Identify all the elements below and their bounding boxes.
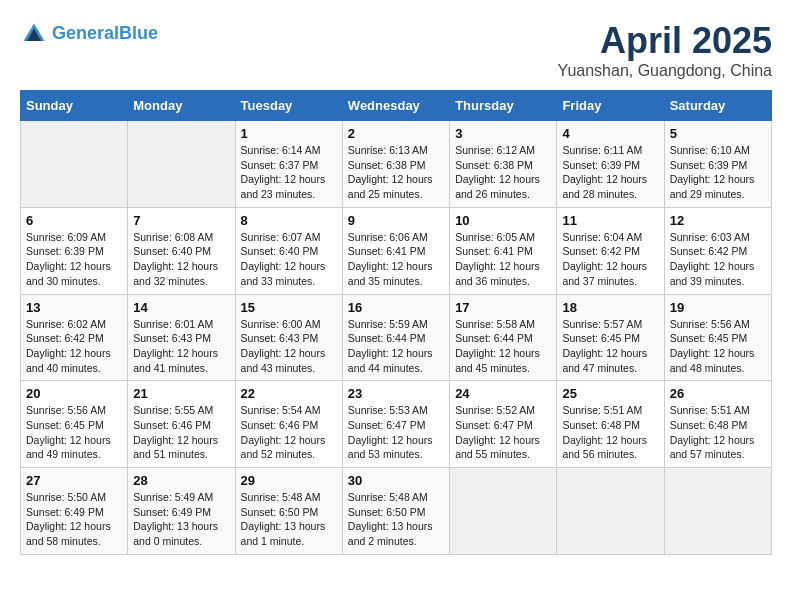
col-header-thursday: Thursday: [450, 91, 557, 121]
calendar-cell: 2Sunrise: 6:13 AMSunset: 6:38 PMDaylight…: [342, 121, 449, 208]
day-info: Sunrise: 5:48 AMSunset: 6:50 PMDaylight:…: [348, 490, 444, 549]
calendar-cell: 8Sunrise: 6:07 AMSunset: 6:40 PMDaylight…: [235, 207, 342, 294]
day-info: Sunrise: 5:50 AMSunset: 6:49 PMDaylight:…: [26, 490, 122, 549]
month-title: April 2025: [558, 20, 772, 62]
day-number: 1: [241, 126, 337, 141]
calendar-cell: 17Sunrise: 5:58 AMSunset: 6:44 PMDayligh…: [450, 294, 557, 381]
day-number: 13: [26, 300, 122, 315]
calendar-cell: [450, 468, 557, 555]
logo-line1: General: [52, 23, 119, 43]
day-number: 22: [241, 386, 337, 401]
day-info: Sunrise: 5:48 AMSunset: 6:50 PMDaylight:…: [241, 490, 337, 549]
day-number: 9: [348, 213, 444, 228]
col-header-saturday: Saturday: [664, 91, 771, 121]
day-info: Sunrise: 6:02 AMSunset: 6:42 PMDaylight:…: [26, 317, 122, 376]
calendar-week-row: 1Sunrise: 6:14 AMSunset: 6:37 PMDaylight…: [21, 121, 772, 208]
day-info: Sunrise: 5:51 AMSunset: 6:48 PMDaylight:…: [670, 403, 766, 462]
day-info: Sunrise: 6:00 AMSunset: 6:43 PMDaylight:…: [241, 317, 337, 376]
day-number: 2: [348, 126, 444, 141]
location-subtitle: Yuanshan, Guangdong, China: [558, 62, 772, 80]
day-info: Sunrise: 5:53 AMSunset: 6:47 PMDaylight:…: [348, 403, 444, 462]
page-header: GeneralBlue April 2025 Yuanshan, Guangdo…: [20, 20, 772, 80]
calendar-cell: 4Sunrise: 6:11 AMSunset: 6:39 PMDaylight…: [557, 121, 664, 208]
calendar-cell: 18Sunrise: 5:57 AMSunset: 6:45 PMDayligh…: [557, 294, 664, 381]
day-number: 24: [455, 386, 551, 401]
day-info: Sunrise: 6:10 AMSunset: 6:39 PMDaylight:…: [670, 143, 766, 202]
day-number: 25: [562, 386, 658, 401]
day-number: 5: [670, 126, 766, 141]
calendar-cell: 16Sunrise: 5:59 AMSunset: 6:44 PMDayligh…: [342, 294, 449, 381]
day-info: Sunrise: 5:59 AMSunset: 6:44 PMDaylight:…: [348, 317, 444, 376]
day-number: 26: [670, 386, 766, 401]
calendar-table: SundayMondayTuesdayWednesdayThursdayFrid…: [20, 90, 772, 555]
calendar-cell: 24Sunrise: 5:52 AMSunset: 6:47 PMDayligh…: [450, 381, 557, 468]
calendar-cell: 10Sunrise: 6:05 AMSunset: 6:41 PMDayligh…: [450, 207, 557, 294]
calendar-cell: 29Sunrise: 5:48 AMSunset: 6:50 PMDayligh…: [235, 468, 342, 555]
day-number: 17: [455, 300, 551, 315]
day-number: 4: [562, 126, 658, 141]
calendar-cell: 20Sunrise: 5:56 AMSunset: 6:45 PMDayligh…: [21, 381, 128, 468]
day-info: Sunrise: 6:14 AMSunset: 6:37 PMDaylight:…: [241, 143, 337, 202]
day-info: Sunrise: 5:52 AMSunset: 6:47 PMDaylight:…: [455, 403, 551, 462]
calendar-cell: 30Sunrise: 5:48 AMSunset: 6:50 PMDayligh…: [342, 468, 449, 555]
col-header-friday: Friday: [557, 91, 664, 121]
calendar-cell: 27Sunrise: 5:50 AMSunset: 6:49 PMDayligh…: [21, 468, 128, 555]
calendar-cell: 23Sunrise: 5:53 AMSunset: 6:47 PMDayligh…: [342, 381, 449, 468]
day-info: Sunrise: 6:07 AMSunset: 6:40 PMDaylight:…: [241, 230, 337, 289]
day-number: 3: [455, 126, 551, 141]
day-number: 8: [241, 213, 337, 228]
col-header-monday: Monday: [128, 91, 235, 121]
day-info: Sunrise: 6:08 AMSunset: 6:40 PMDaylight:…: [133, 230, 229, 289]
day-number: 14: [133, 300, 229, 315]
col-header-wednesday: Wednesday: [342, 91, 449, 121]
day-info: Sunrise: 5:58 AMSunset: 6:44 PMDaylight:…: [455, 317, 551, 376]
day-info: Sunrise: 6:11 AMSunset: 6:39 PMDaylight:…: [562, 143, 658, 202]
day-number: 11: [562, 213, 658, 228]
calendar-week-row: 20Sunrise: 5:56 AMSunset: 6:45 PMDayligh…: [21, 381, 772, 468]
calendar-week-row: 6Sunrise: 6:09 AMSunset: 6:39 PMDaylight…: [21, 207, 772, 294]
calendar-cell: 26Sunrise: 5:51 AMSunset: 6:48 PMDayligh…: [664, 381, 771, 468]
day-number: 30: [348, 473, 444, 488]
logo-text: GeneralBlue: [52, 24, 158, 44]
day-number: 10: [455, 213, 551, 228]
calendar-cell: 15Sunrise: 6:00 AMSunset: 6:43 PMDayligh…: [235, 294, 342, 381]
day-info: Sunrise: 5:57 AMSunset: 6:45 PMDaylight:…: [562, 317, 658, 376]
day-info: Sunrise: 5:49 AMSunset: 6:49 PMDaylight:…: [133, 490, 229, 549]
calendar-cell: 6Sunrise: 6:09 AMSunset: 6:39 PMDaylight…: [21, 207, 128, 294]
calendar-cell: 3Sunrise: 6:12 AMSunset: 6:38 PMDaylight…: [450, 121, 557, 208]
day-info: Sunrise: 5:54 AMSunset: 6:46 PMDaylight:…: [241, 403, 337, 462]
day-info: Sunrise: 5:56 AMSunset: 6:45 PMDaylight:…: [26, 403, 122, 462]
day-number: 15: [241, 300, 337, 315]
calendar-cell: 9Sunrise: 6:06 AMSunset: 6:41 PMDaylight…: [342, 207, 449, 294]
day-info: Sunrise: 5:51 AMSunset: 6:48 PMDaylight:…: [562, 403, 658, 462]
day-info: Sunrise: 6:01 AMSunset: 6:43 PMDaylight:…: [133, 317, 229, 376]
calendar-cell: 1Sunrise: 6:14 AMSunset: 6:37 PMDaylight…: [235, 121, 342, 208]
calendar-cell: [557, 468, 664, 555]
calendar-cell: 7Sunrise: 6:08 AMSunset: 6:40 PMDaylight…: [128, 207, 235, 294]
logo-line2: Blue: [119, 23, 158, 43]
calendar-cell: [664, 468, 771, 555]
day-number: 7: [133, 213, 229, 228]
calendar-cell: 28Sunrise: 5:49 AMSunset: 6:49 PMDayligh…: [128, 468, 235, 555]
calendar-week-row: 27Sunrise: 5:50 AMSunset: 6:49 PMDayligh…: [21, 468, 772, 555]
calendar-cell: 22Sunrise: 5:54 AMSunset: 6:46 PMDayligh…: [235, 381, 342, 468]
logo-icon: [20, 20, 48, 48]
logo: GeneralBlue: [20, 20, 158, 48]
day-info: Sunrise: 6:04 AMSunset: 6:42 PMDaylight:…: [562, 230, 658, 289]
calendar-cell: 14Sunrise: 6:01 AMSunset: 6:43 PMDayligh…: [128, 294, 235, 381]
day-info: Sunrise: 6:03 AMSunset: 6:42 PMDaylight:…: [670, 230, 766, 289]
col-header-sunday: Sunday: [21, 91, 128, 121]
calendar-cell: 25Sunrise: 5:51 AMSunset: 6:48 PMDayligh…: [557, 381, 664, 468]
day-info: Sunrise: 6:05 AMSunset: 6:41 PMDaylight:…: [455, 230, 551, 289]
calendar-cell: [128, 121, 235, 208]
calendar-week-row: 13Sunrise: 6:02 AMSunset: 6:42 PMDayligh…: [21, 294, 772, 381]
day-number: 23: [348, 386, 444, 401]
day-number: 27: [26, 473, 122, 488]
day-info: Sunrise: 6:13 AMSunset: 6:38 PMDaylight:…: [348, 143, 444, 202]
day-info: Sunrise: 6:09 AMSunset: 6:39 PMDaylight:…: [26, 230, 122, 289]
calendar-cell: 11Sunrise: 6:04 AMSunset: 6:42 PMDayligh…: [557, 207, 664, 294]
day-number: 29: [241, 473, 337, 488]
day-number: 21: [133, 386, 229, 401]
day-number: 19: [670, 300, 766, 315]
calendar-cell: 5Sunrise: 6:10 AMSunset: 6:39 PMDaylight…: [664, 121, 771, 208]
